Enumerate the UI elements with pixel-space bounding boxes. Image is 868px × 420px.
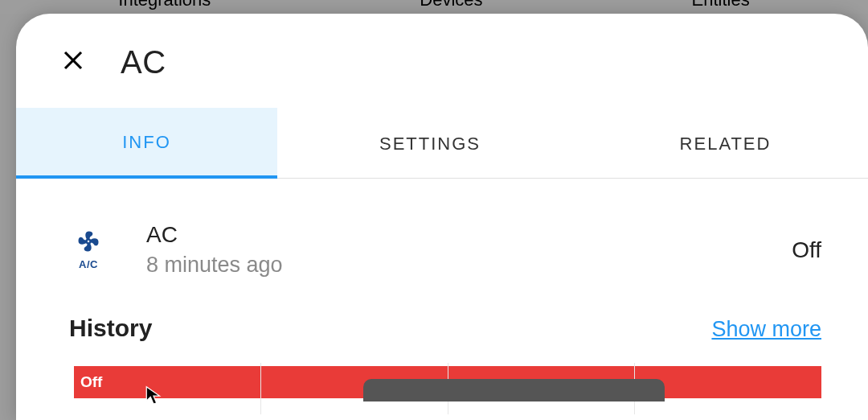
bg-nav-entities: Entities	[692, 0, 750, 3]
background-nav: Integrations Devices Entities	[0, 0, 868, 14]
state-text: AC 8 minutes ago	[146, 222, 283, 278]
dialog-tabs: INFO SETTINGS RELATED	[16, 108, 868, 179]
dialog-title: AC	[121, 44, 166, 80]
entity-dialog: AC INFO SETTINGS RELATED A/C AC 8 minute…	[16, 14, 868, 420]
close-icon	[61, 46, 85, 79]
dialog-header: AC	[16, 14, 868, 108]
state-row: A/C AC 8 minutes ago Off	[16, 179, 868, 294]
history-title: History	[69, 315, 152, 342]
tab-settings[interactable]: SETTINGS	[277, 108, 583, 178]
tab-info[interactable]: INFO	[16, 108, 277, 179]
close-button[interactable]	[61, 48, 85, 77]
fan-icon: A/C	[68, 229, 109, 270]
last-changed: 8 minutes ago	[146, 253, 283, 278]
bg-nav-devices: Devices	[420, 0, 482, 3]
history-header: History Show more	[16, 294, 868, 356]
chart-tooltip	[363, 379, 665, 401]
tab-related[interactable]: RELATED	[583, 108, 868, 178]
history-chart[interactable]: Off	[74, 366, 821, 398]
bg-nav-integrations: Integrations	[118, 0, 211, 3]
state-value: Off	[792, 237, 821, 263]
show-more-link[interactable]: Show more	[711, 317, 821, 342]
fan-icon-label: A/C	[68, 258, 109, 270]
entity-name: AC	[146, 222, 283, 248]
